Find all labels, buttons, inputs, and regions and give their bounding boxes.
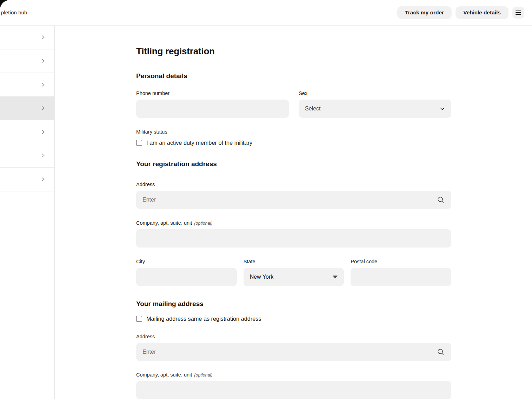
registration-address-input[interactable]: [136, 191, 451, 209]
mailing-same-checkbox-label: Mailing address same as registration add…: [146, 316, 261, 322]
brand-corner-logo-icon: [0, 0, 11, 11]
header-actions: Track my order Vehicle details: [397, 6, 532, 19]
state-label: State: [244, 259, 344, 264]
sex-select-value: Select: [305, 106, 320, 112]
city-input[interactable]: [136, 268, 237, 286]
mailing-company-label: Company, apt, suite, unit(optional): [136, 372, 451, 378]
page-title: Titling registration: [136, 46, 451, 57]
sidebar-item[interactable]: [0, 144, 54, 168]
registration-address-label: Address: [136, 182, 451, 187]
hamburger-menu-button[interactable]: [512, 7, 524, 19]
city-label: City: [136, 259, 237, 264]
optional-hint: (optional): [194, 221, 212, 226]
chevron-right-icon: [40, 82, 46, 87]
mailing-same-checkbox[interactable]: [136, 316, 142, 322]
military-status-label: Military status: [136, 129, 451, 135]
sidebar-item[interactable]: [0, 26, 54, 49]
state-select-value: New York: [250, 274, 274, 280]
sidebar-item[interactable]: [0, 168, 54, 191]
state-select[interactable]: New York: [244, 268, 344, 286]
chevron-right-icon: [40, 35, 46, 40]
top-bar: pletion hub Track my order Vehicle detai…: [0, 0, 532, 26]
sidebar-item[interactable]: [0, 49, 54, 73]
mailing-address-label: Address: [136, 334, 451, 339]
mailing-same-checkbox-row[interactable]: Mailing address same as registration add…: [136, 316, 451, 322]
chevron-down-icon: [440, 106, 445, 111]
mailing-address-heading: Your mailing address: [136, 300, 451, 308]
registration-company-input[interactable]: [136, 229, 451, 248]
sex-label: Sex: [299, 90, 451, 96]
registration-address-heading: Your registration address: [136, 160, 451, 168]
select-arrow-icon: [333, 276, 338, 278]
military-checkbox[interactable]: [136, 140, 142, 146]
postal-code-label: Postal code: [351, 259, 451, 264]
sex-select[interactable]: Select: [299, 100, 451, 118]
mailing-address-input[interactable]: [136, 343, 451, 361]
vehicle-details-button[interactable]: Vehicle details: [455, 6, 508, 19]
personal-details-heading: Personal details: [136, 72, 451, 80]
phone-number-label: Phone number: [136, 90, 289, 96]
optional-hint: (optional): [194, 373, 212, 378]
postal-code-input[interactable]: [351, 268, 451, 286]
sidebar: [0, 26, 55, 399]
military-checkbox-label: I am an active duty member of the milita…: [146, 140, 252, 146]
chevron-right-icon: [40, 106, 46, 111]
sidebar-item[interactable]: [0, 120, 54, 144]
mailing-company-input[interactable]: [136, 381, 451, 399]
track-my-order-button[interactable]: Track my order: [397, 6, 452, 19]
phone-number-input[interactable]: [136, 100, 289, 118]
registration-company-label: Company, apt, suite, unit(optional): [136, 220, 451, 226]
main-content: Titling registration Personal details Ph…: [55, 26, 532, 399]
chevron-right-icon: [40, 153, 46, 158]
chevron-right-icon: [40, 58, 46, 63]
chevron-right-icon: [40, 129, 46, 135]
sidebar-item[interactable]: [0, 97, 54, 121]
military-checkbox-row[interactable]: I am an active duty member of the milita…: [136, 140, 451, 146]
sidebar-item[interactable]: [0, 73, 54, 97]
chevron-right-icon: [40, 177, 46, 182]
